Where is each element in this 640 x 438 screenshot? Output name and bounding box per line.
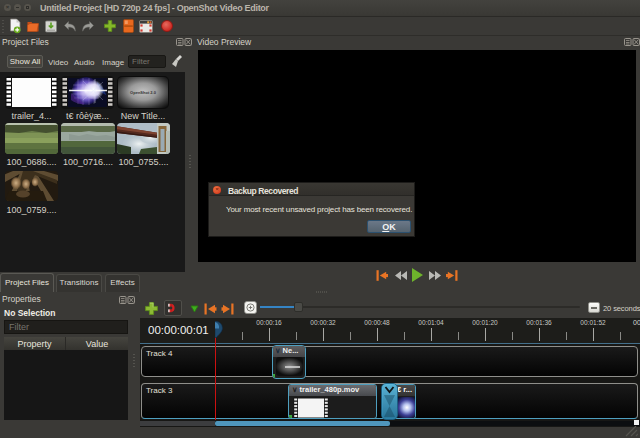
svg-text:OpenShot 2.0: OpenShot 2.0 [130,90,157,95]
